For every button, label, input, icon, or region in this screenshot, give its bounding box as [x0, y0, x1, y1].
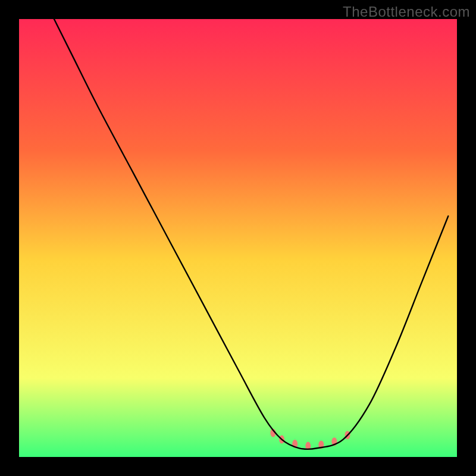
- gradient-background: [19, 19, 457, 457]
- chart-svg: [19, 19, 457, 457]
- watermark-label: TheBottleneck.com: [343, 4, 470, 20]
- plot-area: [19, 19, 457, 457]
- chart-frame: TheBottleneck.com: [0, 0, 476, 476]
